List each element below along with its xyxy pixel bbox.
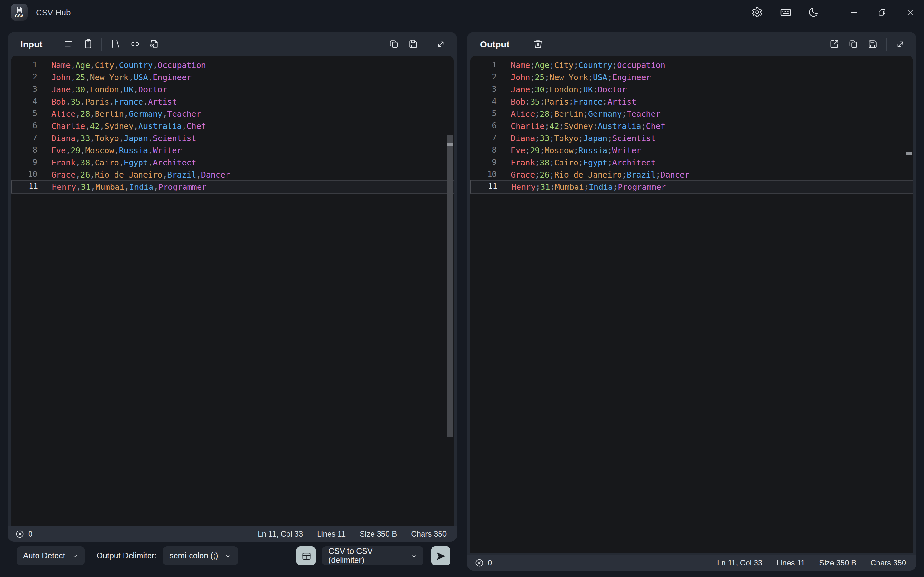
input-panel-header: Input	[8, 32, 457, 56]
app-icon-label: CSV	[15, 14, 24, 18]
input-editor-line-8[interactable]: 8Eve,29,Moscow,Russia,Writer	[11, 144, 454, 156]
copy-input-button[interactable]	[384, 34, 404, 53]
line-text: Bob,35,Paris,France,Artist	[51, 95, 177, 108]
copy-icon	[848, 39, 859, 49]
output-delimiter-select[interactable]: semi-colon (;)	[163, 546, 238, 566]
input-editor-line-7[interactable]: 7Diana,33,Tokyo,Japan,Scientist	[11, 132, 454, 144]
load-url-button[interactable]	[125, 34, 144, 53]
input-editor-line-10[interactable]: 10Grace,26,Rio de Janeiro,Brazil,Dancer	[11, 169, 454, 181]
scrollbar-thumb[interactable]	[447, 135, 453, 437]
library-button[interactable]	[106, 34, 125, 53]
keyboard-shortcuts-button[interactable]	[771, 0, 800, 24]
line-number: 10	[470, 169, 497, 181]
output-cursor-position: Ln 11, Col 33	[717, 558, 762, 567]
output-editor-line-2[interactable]: 2John;25;New York;USA;Engineer	[470, 71, 913, 83]
open-file-button[interactable]	[144, 34, 164, 53]
output-editor[interactable]: 1Name;Age;City;Country;Occupation2John;2…	[470, 56, 913, 553]
minimize-icon	[849, 7, 858, 17]
library-columns-icon	[110, 39, 121, 49]
input-editor-line-9[interactable]: 9Frank,38,Cairo,Egypt,Architect	[11, 156, 454, 169]
output-delimiter-label: Output Delimiter:	[97, 551, 157, 560]
line-number: 8	[470, 144, 497, 156]
line-number: 3	[470, 83, 497, 95]
settings-button[interactable]	[743, 0, 771, 24]
toolbar-divider	[427, 37, 427, 50]
line-text: Alice,28,Berlin,Germany,Teacher	[51, 108, 201, 120]
line-text: John;25;New York;USA;Engineer	[511, 71, 651, 83]
line-number: 5	[11, 108, 37, 120]
line-number: 11	[471, 181, 497, 193]
maximize-button[interactable]	[867, 0, 896, 24]
toolbar-divider	[102, 37, 102, 50]
output-editor-line-3[interactable]: 3Jane;30;London;UK;Doctor	[470, 83, 913, 95]
input-delimiter-select[interactable]: Auto Detect	[17, 546, 85, 566]
copy-icon	[389, 39, 399, 49]
output-editor-line-6[interactable]: 6Charlie;42;Sydney;Australia;Chef	[470, 120, 913, 132]
save-input-button[interactable]	[404, 34, 423, 53]
chevron-down-icon	[71, 552, 79, 559]
export-output-button[interactable]	[825, 34, 844, 53]
input-editor-line-11[interactable]: 11Henry,31,Mumbai,India,Programmer	[11, 180, 454, 193]
input-editor-line-6[interactable]: 6Charlie,42,Sydney,Australia,Chef	[11, 120, 454, 132]
output-editor-line-9[interactable]: 9Frank;38;Cairo;Egypt;Architect	[470, 156, 913, 169]
line-text: John,25,New York,USA,Engineer	[51, 71, 192, 83]
trash-icon	[533, 39, 544, 49]
output-editor-line-10[interactable]: 10Grace;26;Rio de Janeiro;Brazil;Dancer	[470, 169, 913, 181]
minimize-button[interactable]	[839, 0, 867, 24]
theme-toggle-button[interactable]	[800, 0, 828, 24]
convert-button[interactable]	[431, 546, 451, 566]
output-editor-line-8[interactable]: 8Eve;29;Moscow;Russia;Writer	[470, 144, 913, 156]
table-view-button[interactable]	[296, 546, 316, 566]
scrollbar-cursor-marker	[447, 143, 453, 146]
line-text: Frank;38;Cairo;Egypt;Architect	[511, 156, 656, 169]
title-bar: CSV CSV Hub	[0, 0, 924, 24]
line-number: 2	[470, 71, 497, 83]
line-text: Diana,33,Tokyo,Japan,Scientist	[51, 132, 196, 144]
link-icon	[129, 39, 140, 49]
clipboard-icon	[82, 39, 94, 49]
expand-input-button[interactable]	[431, 34, 451, 53]
scrollbar-cursor-marker	[906, 152, 913, 155]
keyboard-icon	[779, 6, 792, 18]
input-editor-line-4[interactable]: 4Bob,35,Paris,France,Artist	[11, 95, 454, 108]
error-count-icon	[475, 558, 484, 567]
toolbar-divider	[886, 37, 887, 50]
output-size: Size 350 B	[819, 558, 856, 567]
input-delimiter-value: Auto Detect	[23, 551, 65, 560]
line-number: 6	[470, 120, 497, 132]
sample-data-button[interactable]	[59, 34, 78, 53]
output-delimiter-value: semi-colon (;)	[170, 551, 218, 560]
copy-output-button[interactable]	[844, 34, 863, 53]
output-panel-header: Output	[467, 32, 916, 56]
save-icon	[408, 39, 418, 49]
output-editor-scrollbar[interactable]	[905, 56, 913, 553]
error-count-icon	[15, 529, 24, 538]
input-editor-line-1[interactable]: 1Name,Age,City,Country,Occupation	[11, 59, 454, 71]
input-char-count: Chars 350	[411, 529, 447, 538]
line-text: Eve,29,Moscow,Russia,Writer	[51, 144, 182, 156]
paste-button[interactable]	[78, 34, 97, 53]
output-editor-line-5[interactable]: 5Alice;28;Berlin;Germany;Teacher	[470, 108, 913, 120]
expand-output-button[interactable]	[891, 34, 910, 53]
output-editor-line-7[interactable]: 7Diana;33;Tokyo;Japan;Scientist	[470, 132, 913, 144]
chevron-down-icon	[225, 552, 232, 559]
close-button[interactable]	[896, 0, 924, 24]
output-editor-line-11[interactable]: 11Henry;31;Mumbai;India;Programmer	[470, 180, 913, 193]
line-text: Frank,38,Cairo,Egypt,Architect	[51, 156, 196, 169]
line-text: Alice;28;Berlin;Germany;Teacher	[511, 108, 661, 120]
output-editor-line-1[interactable]: 1Name;Age;City;Country;Occupation	[470, 59, 913, 71]
line-number: 10	[11, 169, 37, 181]
input-editor-line-3[interactable]: 3Jane,30,London,UK,Doctor	[11, 83, 454, 95]
line-number: 3	[11, 83, 37, 95]
input-editor[interactable]: 1Name,Age,City,Country,Occupation2John,2…	[11, 56, 454, 526]
input-editor-scrollbar[interactable]	[446, 56, 454, 526]
input-editor-line-5[interactable]: 5Alice,28,Berlin,Germany,Teacher	[11, 108, 454, 120]
output-error-count: 0	[488, 558, 492, 567]
output-editor-line-4[interactable]: 4Bob;35;Paris;France;Artist	[470, 95, 913, 108]
save-output-button[interactable]	[863, 34, 882, 53]
input-editor-line-2[interactable]: 2John,25,New York,USA,Engineer	[11, 71, 454, 83]
conversion-mode-select[interactable]: CSV to CSV (delimiter)	[322, 546, 423, 566]
window-title: CSV Hub	[36, 0, 71, 24]
clear-output-button[interactable]	[529, 34, 548, 53]
input-cursor-position: Ln 11, Col 33	[258, 529, 303, 538]
